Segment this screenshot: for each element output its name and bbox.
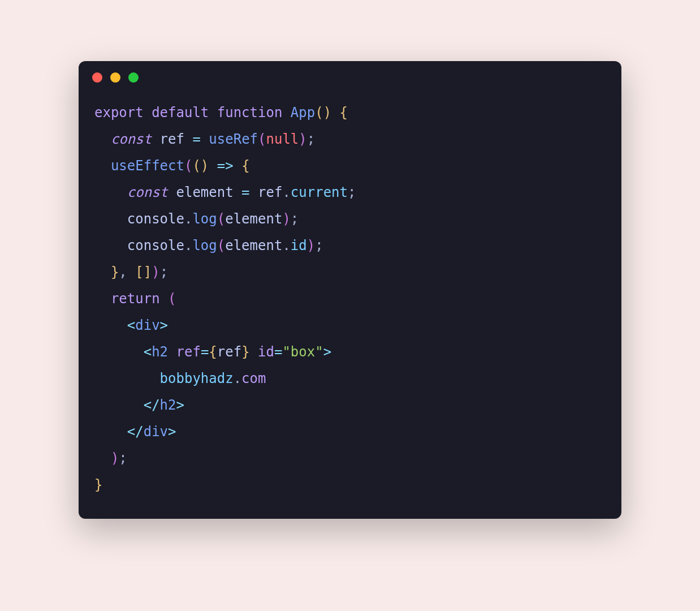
- code-token: return: [111, 291, 160, 307]
- code-token: element: [225, 211, 282, 227]
- code-token: const: [111, 131, 152, 147]
- code-token: ): [282, 211, 290, 227]
- code-token: [94, 317, 127, 333]
- code-token: [250, 344, 258, 360]
- code-token: .: [234, 371, 241, 386]
- code-token: ;: [315, 238, 323, 253]
- code-token: ref: [217, 344, 241, 360]
- code-token: [94, 211, 127, 227]
- code-token: (: [168, 291, 176, 307]
- code-token: .: [184, 238, 192, 253]
- code-token: [160, 291, 168, 307]
- code-token: element: [176, 184, 234, 200]
- code-token: console: [127, 238, 184, 253]
- code-token: [234, 184, 241, 200]
- code-token: [127, 264, 135, 280]
- code-token: null: [266, 131, 299, 147]
- code-token: ref: [176, 344, 201, 360]
- code-token: [331, 105, 339, 121]
- code-token: ref: [258, 184, 282, 200]
- code-token: <: [144, 344, 152, 360]
- code-token: (: [217, 238, 225, 253]
- code-token: ): [307, 238, 315, 253]
- code-token: (: [184, 158, 192, 174]
- code-token: h2: [160, 397, 176, 413]
- code-token: [94, 291, 111, 307]
- code-token: [144, 105, 152, 121]
- code-token: [94, 397, 144, 413]
- code-token: >: [160, 317, 168, 333]
- code-token: [250, 184, 258, 200]
- code-token: .: [282, 238, 290, 253]
- code-token: log: [192, 238, 217, 253]
- code-token: =>: [217, 158, 234, 174]
- code-token: (: [258, 131, 266, 147]
- code-token: =: [241, 184, 249, 200]
- code-token: id: [291, 238, 307, 253]
- code-token: ,: [119, 264, 127, 280]
- code-token: ref: [160, 131, 184, 147]
- code-token: [: [135, 264, 143, 280]
- code-token: App: [291, 105, 315, 121]
- code-token: const: [127, 184, 168, 200]
- code-token: h2: [152, 344, 168, 360]
- code-token: div: [135, 317, 159, 333]
- code-token: (: [217, 211, 225, 227]
- code-token: .: [184, 211, 192, 227]
- code-token: ;: [307, 131, 315, 147]
- code-token: ;: [119, 450, 127, 466]
- code-token: ): [323, 105, 331, 121]
- code-token: div: [144, 424, 168, 440]
- code-token: {: [241, 158, 249, 174]
- code-token: <: [127, 317, 135, 333]
- code-token: [94, 184, 127, 200]
- code-token: </: [127, 424, 144, 440]
- code-token: [168, 184, 176, 200]
- code-token: >: [168, 424, 176, 440]
- code-token: [94, 158, 111, 174]
- code-token: }: [111, 264, 119, 280]
- code-token: [168, 344, 176, 360]
- close-icon[interactable]: [92, 72, 102, 83]
- code-token: ;: [348, 184, 356, 200]
- code-token: ]: [144, 264, 152, 280]
- code-token: }: [241, 344, 249, 360]
- code-token: com: [241, 371, 266, 386]
- code-token: ): [111, 450, 119, 466]
- code-token: [184, 131, 192, 147]
- code-token: (: [192, 158, 200, 174]
- code-token: bobbyhadz: [160, 371, 234, 386]
- code-token: ;: [160, 264, 168, 280]
- code-token: =: [192, 131, 200, 147]
- code-token: [209, 158, 217, 174]
- code-token: [94, 344, 144, 360]
- code-token: [94, 264, 111, 280]
- code-token: ): [201, 158, 209, 174]
- code-token: </: [144, 397, 160, 413]
- code-token: [234, 158, 241, 174]
- code-token: console: [127, 211, 184, 227]
- code-token: [94, 371, 160, 386]
- code-window: export default function App() { const re…: [79, 61, 621, 519]
- minimize-icon[interactable]: [110, 72, 120, 83]
- code-token: }: [94, 477, 102, 493]
- code-token: [94, 238, 127, 253]
- code-token: {: [209, 344, 217, 360]
- code-token: element: [225, 238, 282, 253]
- code-token: (: [315, 105, 323, 121]
- code-token: [94, 424, 127, 440]
- code-token: >: [323, 344, 331, 360]
- code-token: current: [291, 184, 348, 200]
- code-content: export default function App() { const re…: [79, 88, 621, 519]
- code-token: "box": [282, 344, 323, 360]
- maximize-icon[interactable]: [128, 72, 139, 83]
- code-token: .: [282, 184, 290, 200]
- code-token: id: [258, 344, 274, 360]
- code-token: [282, 105, 290, 121]
- code-token: function: [217, 105, 283, 121]
- code-token: ;: [291, 211, 299, 227]
- code-token: [209, 105, 217, 121]
- code-token: [152, 131, 159, 147]
- code-token: ): [299, 131, 306, 147]
- code-token: [94, 450, 111, 466]
